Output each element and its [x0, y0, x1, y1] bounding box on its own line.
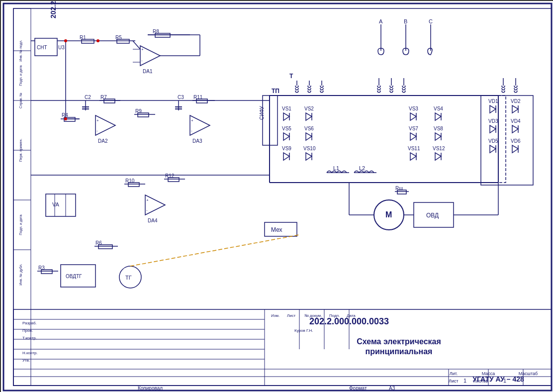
svg-text:A: A — [379, 18, 383, 24]
svg-text:А3: А3 — [389, 386, 395, 391]
svg-text:B: B — [404, 18, 407, 24]
svg-text:VS9: VS9 — [282, 146, 291, 151]
svg-text:VD6: VD6 — [511, 138, 521, 144]
svg-point-193 — [64, 39, 67, 42]
svg-text:Подп. и дата: Подп. и дата — [19, 214, 23, 235]
svg-text:Подп. и дата: Подп. и дата — [19, 65, 23, 86]
svg-text:-: - — [146, 208, 148, 212]
svg-text:VD2: VD2 — [511, 98, 521, 104]
svg-text:+: + — [146, 198, 149, 202]
svg-text:Утв.: Утв. — [22, 358, 30, 363]
svg-text:Масштаб: Масштаб — [519, 371, 538, 376]
svg-text:-: - — [141, 58, 143, 63]
svg-text:Т.контр.: Т.контр. — [22, 336, 37, 340]
svg-text:VS1: VS1 — [282, 106, 291, 111]
svg-text:Листов: Листов — [473, 379, 488, 384]
main-container: 202.2.000.000.0033 A B C T — [0, 0, 553, 392]
drawing-area: 202.2.000.000.0033 A B C T — [1, 1, 553, 392]
svg-text:VS12: VS12 — [433, 146, 445, 151]
svg-text:Лист: Лист — [287, 313, 296, 318]
svg-text:VD4: VD4 — [511, 118, 521, 124]
svg-text:VS7: VS7 — [409, 126, 418, 131]
svg-text:ОВД: ОВД — [426, 212, 439, 219]
svg-text:Копировал: Копировал — [138, 386, 163, 391]
svg-point-194 — [96, 39, 99, 42]
svg-text:+: + — [96, 118, 99, 123]
svg-text:Куров Г.Н.: Куров Г.Н. — [294, 328, 313, 333]
svg-text:Лист: Лист — [449, 379, 459, 384]
svg-text:DA4: DA4 — [148, 218, 158, 223]
svg-text:Схема электрическая: Схема электрическая — [357, 337, 441, 346]
svg-text:VS8: VS8 — [434, 126, 443, 131]
svg-text:Н.контр.: Н.контр. — [22, 351, 38, 355]
svg-text:DA1: DA1 — [143, 69, 153, 74]
svg-text:Пров.: Пров. — [22, 328, 33, 333]
svg-text:VD3: VD3 — [488, 118, 498, 124]
svg-text:VS3: VS3 — [409, 106, 418, 111]
svg-text:L1: L1 — [333, 165, 339, 171]
svg-text:C: C — [429, 18, 433, 24]
svg-text:+: + — [141, 47, 144, 52]
svg-text:Лит.: Лит. — [450, 371, 458, 376]
svg-text:VS6: VS6 — [304, 126, 314, 131]
svg-text:Инв. № дубл.: Инв. № дубл. — [19, 264, 23, 285]
svg-text:VS11: VS11 — [408, 146, 420, 151]
svg-text:1: 1 — [463, 378, 466, 384]
svg-text:DA2: DA2 — [98, 138, 108, 144]
svg-text:202.2.000.000.0033: 202.2.000.000.0033 — [309, 316, 389, 326]
svg-text:Формат: Формат — [349, 386, 367, 391]
svg-text:СИФУ: СИФУ — [259, 105, 265, 120]
svg-text:Дата: Дата — [347, 313, 356, 318]
svg-text:U3: U3 — [58, 45, 65, 50]
svg-text:Инв. № подл.: Инв. № подл. — [19, 40, 23, 62]
svg-text:Справ. №: Справ. № — [19, 93, 23, 108]
svg-text:M: M — [385, 210, 392, 219]
svg-text:1: 1 — [503, 378, 506, 384]
svg-text:Подп.: Подп. — [329, 313, 340, 318]
svg-text:VD5: VD5 — [488, 138, 498, 144]
svg-text:Масса: Масса — [482, 371, 495, 376]
svg-text:T: T — [289, 73, 293, 80]
svg-text:ОВДТГ: ОВДТГ — [66, 274, 82, 279]
svg-text:VS4: VS4 — [434, 106, 443, 111]
svg-text:VA: VA — [52, 201, 60, 207]
svg-text:VS5: VS5 — [282, 126, 291, 131]
svg-text:202.2.000.000.0033: 202.2.000.000.0033 — [49, 1, 57, 18]
svg-text:Перв. примен.: Перв. примен. — [19, 139, 23, 162]
svg-text:ТГ: ТГ — [125, 275, 132, 281]
svg-text:VS2: VS2 — [304, 106, 314, 111]
svg-text:принципиальная: принципиальная — [366, 347, 433, 356]
svg-text:L2: L2 — [359, 165, 365, 171]
svg-text:-: - — [191, 128, 192, 133]
svg-rect-0 — [1, 1, 553, 392]
svg-text:Разраб.: Разраб. — [22, 321, 37, 325]
svg-point-195 — [64, 117, 67, 120]
svg-text:-: - — [96, 128, 98, 133]
svg-text:C2: C2 — [85, 95, 91, 100]
svg-text:№ докум.: № докум. — [304, 313, 322, 318]
svg-text:VD1: VD1 — [488, 98, 498, 104]
svg-text:ТП: ТП — [272, 88, 279, 95]
svg-text:C3: C3 — [178, 95, 184, 100]
svg-text:+: + — [191, 118, 193, 123]
svg-text:Мех: Мех — [271, 226, 282, 233]
svg-text:Изм.: Изм. — [271, 313, 279, 318]
svg-text:СНТ: СНТ — [37, 45, 47, 50]
svg-text:VS10: VS10 — [303, 146, 316, 151]
svg-text:DA3: DA3 — [192, 138, 202, 144]
